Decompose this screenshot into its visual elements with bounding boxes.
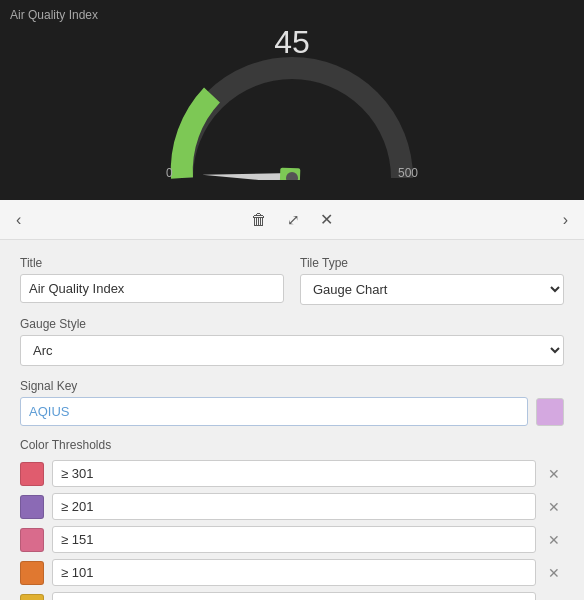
threshold-item: ✕ [20, 460, 564, 487]
gauge-svg [162, 50, 422, 180]
gauge-max-label: 500 [398, 166, 418, 180]
toolbar: ‹ 🗑 ⤢ ✕ › [0, 200, 584, 240]
settings-panel: Title Tile Type Gauge Chart Line Chart B… [0, 240, 584, 600]
prev-icon: ‹ [16, 211, 21, 229]
threshold-item: ✕ [20, 493, 564, 520]
threshold-input-3[interactable] [52, 559, 536, 586]
title-group: Title [20, 256, 284, 305]
gauge-min-label: 0 [166, 166, 173, 180]
close-button[interactable]: ✕ [316, 208, 337, 231]
threshold-remove-0[interactable]: ✕ [544, 464, 564, 484]
next-button[interactable]: › [559, 209, 572, 231]
expand-icon: ⤢ [287, 211, 300, 229]
gauge-panel: Air Quality Index 45 0 500 [0, 0, 584, 200]
title-input[interactable] [20, 274, 284, 303]
prev-button[interactable]: ‹ [12, 209, 25, 231]
gauge-style-select[interactable]: Arc Radial Linear [20, 335, 564, 366]
close-icon: ✕ [320, 210, 333, 229]
threshold-input-2[interactable] [52, 526, 536, 553]
toolbar-right: › [559, 209, 572, 231]
gauge-labels: 0 500 [162, 166, 422, 180]
threshold-input-4[interactable] [52, 592, 536, 600]
threshold-list: ✕ ✕ ✕ ✕ ✕ [20, 460, 564, 600]
toolbar-center: 🗑 ⤢ ✕ [247, 208, 337, 231]
threshold-input-0[interactable] [52, 460, 536, 487]
threshold-item: ✕ [20, 559, 564, 586]
delete-button[interactable]: 🗑 [247, 209, 271, 231]
tile-type-label: Tile Type [300, 256, 564, 270]
threshold-color-0[interactable] [20, 462, 44, 486]
signal-key-label: Signal Key [20, 379, 77, 393]
gauge-title: Air Quality Index [10, 8, 98, 22]
gauge-style-label: Gauge Style [20, 317, 564, 331]
toolbar-left: ‹ [12, 209, 25, 231]
threshold-item: ✕ [20, 526, 564, 553]
title-label: Title [20, 256, 284, 270]
title-tiletype-row: Title Tile Type Gauge Chart Line Chart B… [20, 256, 564, 305]
expand-button[interactable]: ⤢ [283, 209, 304, 231]
threshold-color-4[interactable] [20, 594, 44, 601]
color-thresholds-label: Color Thresholds [20, 438, 564, 452]
tile-type-group: Tile Type Gauge Chart Line Chart Bar Cha… [300, 256, 564, 305]
threshold-remove-3[interactable]: ✕ [544, 563, 564, 583]
gauge-container: 0 500 [162, 50, 422, 180]
threshold-remove-2[interactable]: ✕ [544, 530, 564, 550]
signal-key-section: Signal Key [20, 378, 564, 426]
threshold-color-3[interactable] [20, 561, 44, 585]
signal-key-input[interactable] [20, 397, 528, 426]
threshold-color-2[interactable] [20, 528, 44, 552]
color-thresholds-section: Color Thresholds ✕ ✕ ✕ ✕ [20, 438, 564, 600]
threshold-input-1[interactable] [52, 493, 536, 520]
gauge-style-group: Gauge Style Arc Radial Linear [20, 317, 564, 366]
threshold-remove-1[interactable]: ✕ [544, 497, 564, 517]
tile-type-select[interactable]: Gauge Chart Line Chart Bar Chart Number [300, 274, 564, 305]
next-icon: › [563, 211, 568, 229]
threshold-color-1[interactable] [20, 495, 44, 519]
threshold-item: ✕ [20, 592, 564, 600]
delete-icon: 🗑 [251, 211, 267, 229]
signal-key-row [20, 397, 564, 426]
threshold-remove-4[interactable]: ✕ [544, 596, 564, 601]
signal-key-color-swatch[interactable] [536, 398, 564, 426]
